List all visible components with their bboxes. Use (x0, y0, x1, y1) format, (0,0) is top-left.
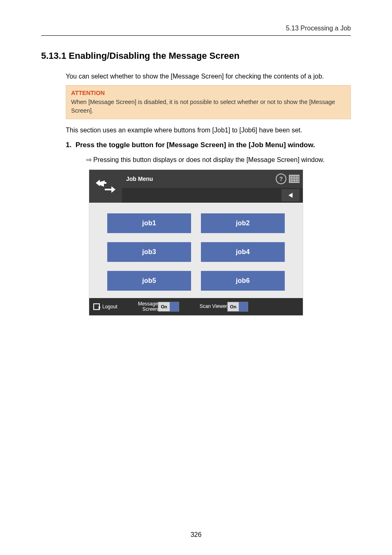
message-screen-state: On (158, 302, 169, 311)
help-icon[interactable]: ? (276, 173, 286, 184)
message-screen-toggle[interactable]: Message Screen On (138, 301, 179, 312)
example-note: This section uses an example where butto… (41, 127, 351, 134)
screen-title: Job Menu (126, 176, 153, 182)
step-1: 1. Press the toggle button for [Message … (41, 141, 351, 149)
step-text: Press the toggle button for [Message Scr… (76, 141, 315, 149)
job-button-6[interactable]: job6 (201, 271, 285, 291)
screen-header: Job Menu ? (89, 170, 303, 203)
message-screen-knob (170, 302, 179, 311)
step-number: 1. (66, 141, 71, 149)
logout-icon (93, 303, 100, 310)
attention-title: ATTENTION (71, 89, 346, 97)
message-screen-label-line2: Screen (138, 307, 158, 312)
back-button[interactable] (281, 189, 300, 201)
screen-footer: Logout Message Screen On Scan Viewer O (89, 298, 303, 315)
result-line: ⇨Pressing this button displays or does n… (41, 156, 351, 164)
job-button-4[interactable]: job4 (201, 242, 285, 262)
svg-marker-2 (288, 193, 293, 198)
job-grid: job1 job2 job3 job4 job5 job6 (89, 203, 303, 298)
job-button-1[interactable]: job1 (107, 213, 191, 233)
running-header: 5.13 Processing a Job (41, 25, 351, 36)
page-number: 326 (0, 531, 392, 539)
job-button-2[interactable]: job2 (201, 213, 285, 233)
scan-viewer-toggle[interactable]: Scan Viewer On (200, 302, 248, 312)
job-button-5[interactable]: job5 (107, 271, 191, 291)
scan-viewer-knob (239, 302, 248, 311)
scan-viewer-state: On (228, 302, 239, 311)
result-text: Pressing this button displays or does no… (93, 156, 325, 163)
section-title: 5.13.1 Enabling/Disabling the Message Sc… (41, 51, 351, 61)
attention-box: ATTENTION When [Message Screen] is disab… (66, 85, 351, 119)
keyboard-icon[interactable] (289, 175, 300, 183)
screen-swap-icon[interactable] (89, 170, 122, 203)
scan-viewer-label: Scan Viewer (200, 304, 227, 309)
attention-body: When [Message Screen] is disabled, it is… (71, 99, 335, 113)
message-screen-label-line1: Message (138, 301, 158, 307)
intro-text: You can select whether to show the [Mess… (41, 73, 351, 80)
logout-label: Logout (102, 304, 118, 310)
job-menu-screenshot: Job Menu ? job1 jo (41, 169, 351, 316)
logout-button[interactable]: Logout (93, 303, 118, 310)
result-arrow-icon: ⇨ (86, 156, 92, 164)
job-button-3[interactable]: job3 (107, 242, 191, 262)
